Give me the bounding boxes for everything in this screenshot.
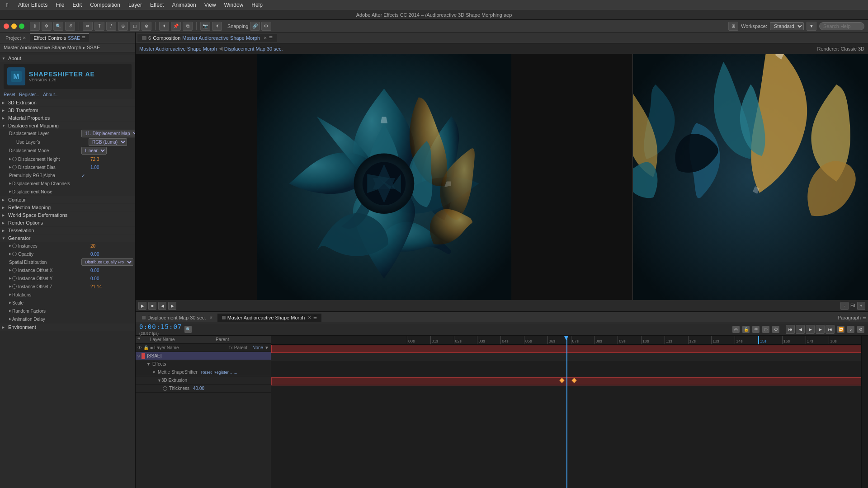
transform-header[interactable]: ▶ 3D Transform xyxy=(0,107,135,114)
next-kf-btn[interactable]: ▶ xyxy=(816,325,825,334)
workspace-expand[interactable]: ▼ xyxy=(807,22,816,31)
opacity-stopwatch-icon[interactable] xyxy=(12,252,17,256)
breadcrumb-main[interactable]: Master Audioreactive Shape Morph xyxy=(139,46,217,52)
snapping-toggle[interactable]: 🔗 xyxy=(250,22,260,31)
menu-layer[interactable]: Layer xyxy=(125,1,146,9)
maximize-button[interactable] xyxy=(19,23,24,29)
eraser-tool[interactable]: ◻ xyxy=(130,22,140,31)
search-input[interactable] xyxy=(819,22,864,30)
premultiply-value[interactable]: ✓ xyxy=(81,173,133,178)
selection-tool[interactable]: ⇧ xyxy=(30,22,40,31)
instances-stopwatch-icon[interactable] xyxy=(12,244,17,248)
render-options-header[interactable]: ▶ Render Options xyxy=(0,219,135,226)
instance-offset-y-value[interactable]: 0.00 xyxy=(90,276,133,281)
prev-kf-btn[interactable]: ◀ xyxy=(796,325,805,334)
loop-icon[interactable]: 🔁 xyxy=(837,326,844,333)
offset-y-stopwatch-icon[interactable] xyxy=(12,276,17,281)
comp-tab-options[interactable]: ☰ xyxy=(269,36,273,40)
pen-tool[interactable]: ✏ xyxy=(83,22,93,31)
comp-tab-close[interactable]: ✕ xyxy=(264,36,267,40)
tl-tab-2-close[interactable]: ✕ xyxy=(308,315,311,320)
framerate-icon[interactable]: ⏱ xyxy=(772,326,779,333)
thickness-value[interactable]: 40.00 xyxy=(193,386,204,391)
puppet-tool[interactable]: ✦ xyxy=(159,22,169,31)
paragraph-options-icon[interactable]: ☰ xyxy=(863,315,866,320)
hide-icon[interactable]: 👁 xyxy=(752,326,760,333)
light-tool[interactable]: ☀ xyxy=(212,22,222,31)
tab-effect-controls[interactable]: Effect Controls SSAE ☰ xyxy=(30,33,89,42)
menu-help[interactable]: Help xyxy=(248,1,266,9)
tab-composition[interactable]: 6 Composition Master Audioreactive Shape… xyxy=(137,34,277,42)
spatial-dist-dropdown[interactable]: Distribute Equally Fro xyxy=(81,258,133,266)
reset-button[interactable]: Reset xyxy=(4,92,15,97)
timecode[interactable]: 0:00:15:07 xyxy=(139,323,182,330)
lock-icon[interactable]: 🔒 xyxy=(742,326,750,333)
offset-z-stopwatch-icon[interactable] xyxy=(12,284,17,289)
roto-tool[interactable]: ⊗ xyxy=(142,22,151,31)
text-tool[interactable]: T xyxy=(94,22,104,31)
minimize-button[interactable] xyxy=(11,23,17,29)
brush-tool[interactable]: / xyxy=(106,22,116,31)
reset-link[interactable]: Reset xyxy=(201,370,212,375)
menu-edit[interactable]: Edit xyxy=(69,1,85,9)
zoom-in-btn[interactable]: + xyxy=(857,302,865,310)
menu-view[interactable]: View xyxy=(201,1,220,9)
play-tl-btn[interactable]: ▶ xyxy=(806,325,815,334)
tessellation-header[interactable]: ▶ Tessellation xyxy=(0,227,135,234)
vis-icon[interactable]: 👁 xyxy=(137,345,142,350)
offset-x-stopwatch-icon[interactable] xyxy=(12,268,17,272)
menu-file[interactable]: File xyxy=(52,1,68,9)
reflection-header[interactable]: ▶ Reflection Mapping xyxy=(0,204,135,211)
preview-opts-icon[interactable]: ⚙ xyxy=(857,326,864,333)
displacement-mode-dropdown[interactable]: Linear xyxy=(81,147,107,155)
workspace-select[interactable]: Standard xyxy=(770,22,804,30)
pin-tool[interactable]: 📌 xyxy=(171,22,181,31)
project-close[interactable]: ✕ xyxy=(23,36,26,40)
ec-options-icon[interactable]: ☰ xyxy=(82,36,85,40)
shy-icon[interactable]: ◌ xyxy=(762,326,769,333)
fx-switch-icon[interactable]: fx xyxy=(229,345,233,350)
menu-animation[interactable]: Animation xyxy=(168,1,199,9)
camera-tool[interactable]: 📷 xyxy=(200,22,210,31)
environment-header[interactable]: ▶ Environment xyxy=(0,324,135,331)
snapping-options[interactable]: ⚙ xyxy=(261,22,271,31)
effects-row[interactable]: ▼ Effects xyxy=(136,360,271,368)
audio-icon[interactable]: ♪ xyxy=(847,326,854,333)
apple-logo-icon[interactable]:  xyxy=(4,1,11,9)
instances-value[interactable]: 20 xyxy=(90,244,133,249)
breadcrumb-sub[interactable]: Displacement Map 30 sec. xyxy=(224,46,283,52)
timeline-tab-master[interactable]: Master Audioreactive Shape Morph ✕ ☰ xyxy=(217,314,322,322)
timecode-search-icon[interactable]: 🔍 xyxy=(184,326,192,333)
clone-tool[interactable]: ⊕ xyxy=(118,22,128,31)
mettle-row[interactable]: ▼ Mettle ShapeShifter Reset Register... … xyxy=(136,368,271,376)
displacement-height-value[interactable]: 72.3 xyxy=(90,157,133,162)
hand-tool[interactable]: ✥ xyxy=(42,22,52,31)
go-first-btn[interactable]: ⏮ xyxy=(786,325,795,334)
tl-tab-1-close[interactable]: ✕ xyxy=(209,315,213,320)
timeline-tab-displacement[interactable]: Displacement Map 30 sec. ✕ xyxy=(137,314,217,322)
overlap-tool[interactable]: ⧉ xyxy=(183,22,193,31)
height-stopwatch-icon[interactable] xyxy=(12,157,17,161)
layer-9-row[interactable]: 9 [SSAE] xyxy=(136,352,271,360)
generator-header[interactable]: ▼ Generator xyxy=(0,235,135,242)
menu-composition[interactable]: Composition xyxy=(86,1,124,9)
menu-aftereffects[interactable]: After Effects xyxy=(14,1,51,9)
label-icon[interactable]: ■ xyxy=(150,345,153,350)
menu-effect[interactable]: Effect xyxy=(146,1,167,9)
lock-icon2[interactable]: 🔒 xyxy=(143,345,149,350)
prev-frame-btn[interactable]: ◀ xyxy=(158,302,166,310)
register-link[interactable]: Register... xyxy=(213,370,232,375)
close-button[interactable] xyxy=(4,23,9,29)
use-layers-dropdown[interactable]: RGB (Luma) xyxy=(89,138,127,146)
tl-tab-2-options[interactable]: ☰ xyxy=(313,315,317,320)
register-button[interactable]: Register... xyxy=(19,92,39,97)
zoom-tool[interactable]: 🔍 xyxy=(53,22,63,31)
rotate-tool[interactable]: ↺ xyxy=(65,22,75,31)
next-frame-btn[interactable]: ▶ xyxy=(168,302,176,310)
about-header[interactable]: ▼ About xyxy=(0,55,135,62)
dots-link[interactable]: ... xyxy=(234,370,237,375)
thickness-stopwatch[interactable] xyxy=(163,386,167,391)
parent-none-val[interactable]: None xyxy=(252,345,263,350)
playhead-indicator[interactable] xyxy=(566,336,567,488)
timeline-scrollbar[interactable] xyxy=(861,336,868,488)
